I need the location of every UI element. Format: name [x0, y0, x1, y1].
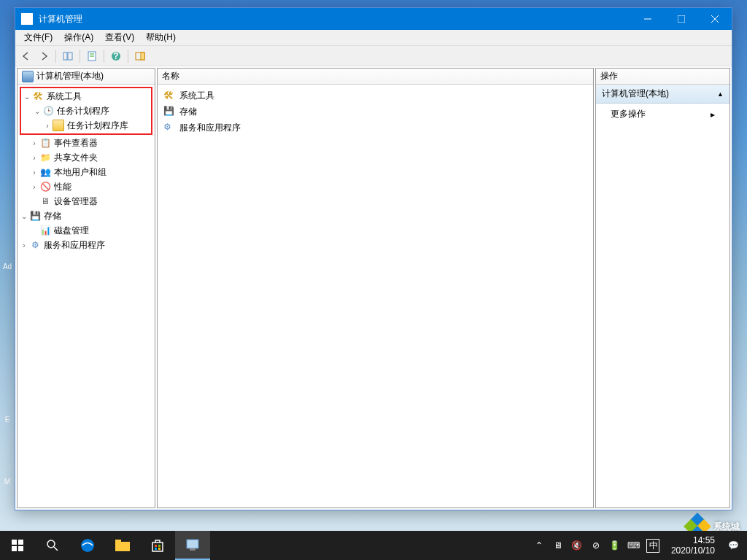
microsoft-store[interactable]	[140, 531, 175, 560]
list-item-services[interactable]: ⚙ 服务和应用程序	[160, 120, 590, 136]
tree-label: 事件查看器	[54, 137, 98, 149]
tree-label: 任务计划程序库	[67, 120, 128, 132]
expand-icon[interactable]: ›	[29, 139, 39, 147]
tree-node-event-viewer[interactable]: › 📋 事件查看器	[19, 136, 153, 150]
minimize-button[interactable]	[631, 8, 665, 30]
menu-help[interactable]: 帮助(H)	[140, 30, 182, 45]
toolbar: ?	[15, 46, 732, 66]
service-icon: ⚙	[29, 239, 41, 251]
svg-text:?: ?	[113, 51, 118, 61]
close-button[interactable]	[698, 8, 732, 30]
tree-node-disk-management[interactable]: 📊 磁盘管理	[19, 223, 153, 238]
actions-panel: 操作 计算机管理(本地) ▲ 更多操作 ▸	[595, 68, 730, 508]
tree-label: 磁盘管理	[54, 225, 89, 237]
show-action-pane-button[interactable]	[132, 48, 148, 64]
taskbar: ⌃ 🖥 🔇 ⊘ 🔋 ⌨ 中 14:55 2020/10/10 💬	[0, 531, 747, 560]
desktop-icon-partial: Ad	[1, 262, 13, 271]
system-tray: ⌃ 🖥 🔇 ⊘ 🔋 ⌨ 中 14:55 2020/10/10 💬	[533, 535, 747, 556]
action-section-label: 计算机管理(本地)	[602, 88, 669, 100]
collapse-icon[interactable]: ⌄	[32, 107, 42, 115]
svg-rect-13	[12, 540, 17, 545]
tree-node-device-manager[interactable]: 🖥 设备管理器	[19, 194, 153, 209]
share-icon: 📁	[39, 152, 51, 163]
clock-date: 2020/10/10	[671, 545, 715, 556]
action-more[interactable]: 更多操作 ▸	[596, 104, 729, 125]
svg-rect-1	[678, 15, 685, 23]
desktop-icon-partial: E	[1, 416, 13, 424]
menu-file[interactable]: 文件(F)	[18, 30, 58, 45]
svg-rect-5	[68, 52, 72, 60]
menu-view[interactable]: 查看(V)	[99, 30, 140, 45]
tree-label: 本地用户和组	[54, 166, 107, 179]
tree-node-performance[interactable]: › 🚫 性能	[19, 179, 153, 194]
svg-rect-4	[63, 52, 67, 60]
chevron-right-icon: ▸	[711, 109, 715, 120]
tray-overflow-icon[interactable]: ⌃	[533, 540, 546, 551]
list-header[interactable]: 名称	[158, 69, 593, 85]
volume-muted-icon[interactable]: 🔇	[570, 540, 584, 551]
ime-indicator[interactable]: 中	[646, 539, 659, 553]
network-disconnected-icon[interactable]: ⊘	[589, 540, 603, 551]
svg-rect-28	[190, 548, 196, 551]
app-icon	[21, 13, 33, 25]
tools-icon: 🛠	[32, 90, 44, 102]
start-button[interactable]	[0, 531, 35, 560]
users-icon: 👥	[39, 166, 51, 178]
list-label: 服务和应用程序	[179, 122, 241, 134]
list-label: 存储	[179, 106, 197, 118]
forward-button[interactable]	[36, 48, 52, 64]
battery-icon[interactable]: 🔋	[608, 540, 622, 551]
tree-panel: 计算机管理(本地) ⌄ 🛠 系统工具 ⌄ 🕒 任务计划程序 ›	[17, 68, 155, 508]
tree-label: 服务和应用程序	[44, 239, 105, 252]
tree-node-services[interactable]: › ⚙ 服务和应用程序	[19, 238, 153, 252]
help-button[interactable]: ?	[108, 48, 124, 64]
svg-rect-22	[152, 542, 163, 551]
titlebar[interactable]: 计算机管理	[15, 8, 732, 30]
file-explorer[interactable]	[105, 531, 140, 560]
window-title: 计算机管理	[39, 13, 631, 26]
folder-icon	[53, 120, 64, 131]
action-section-title[interactable]: 计算机管理(本地) ▲	[596, 85, 729, 104]
svg-rect-12	[141, 52, 144, 60]
maximize-button[interactable]	[665, 8, 698, 30]
expand-icon[interactable]: ›	[19, 241, 29, 249]
search-button[interactable]	[35, 531, 70, 560]
expand-icon[interactable]: ›	[42, 122, 53, 130]
expand-icon[interactable]: ›	[29, 154, 39, 162]
list-item-storage[interactable]: 💾 存储	[160, 104, 590, 120]
tree-node-local-users[interactable]: › 👥 本地用户和组	[19, 165, 153, 179]
expand-icon[interactable]: ›	[29, 183, 39, 191]
svg-rect-21	[115, 540, 121, 543]
action-label: 更多操作	[611, 108, 646, 120]
show-hide-tree-button[interactable]	[60, 48, 76, 64]
keyboard-icon[interactable]: ⌨	[627, 540, 640, 551]
menu-action[interactable]: 操作(A)	[58, 30, 99, 45]
event-icon: 📋	[39, 137, 51, 149]
back-button[interactable]	[18, 48, 34, 64]
tree-node-system-tools[interactable]: ⌄ 🛠 系统工具	[22, 89, 150, 104]
tree-node-task-library[interactable]: › 任务计划程序库	[22, 118, 150, 133]
performance-icon: 🚫	[39, 181, 51, 192]
collapse-icon[interactable]: ⌄	[19, 212, 29, 220]
edge-browser[interactable]	[70, 531, 105, 560]
toolbar-separator	[128, 50, 128, 63]
tree-label: 共享文件夹	[54, 152, 98, 164]
properties-button[interactable]	[84, 48, 100, 64]
disk-icon: 📊	[39, 225, 51, 236]
collapse-icon[interactable]: ⌄	[22, 93, 32, 101]
tree-header: 计算机管理(本地)	[18, 69, 155, 85]
tree-node-task-scheduler[interactable]: ⌄ 🕒 任务计划程序	[22, 104, 150, 118]
monitor-icon[interactable]: 🖥	[551, 540, 565, 551]
tree-node-storage[interactable]: ⌄ 💾 存储	[19, 209, 153, 223]
list-item-system-tools[interactable]: 🛠 系统工具	[160, 88, 590, 104]
notifications-icon[interactable]: 💬	[727, 540, 740, 551]
taskbar-app-compmgmt[interactable]	[175, 531, 210, 560]
tree-label: 存储	[44, 210, 61, 222]
actions-header: 操作	[596, 69, 729, 85]
expand-icon[interactable]: ›	[29, 168, 39, 176]
list-panel: 名称 🛠 系统工具 💾 存储 ⚙ 服务和应用程序	[157, 68, 594, 508]
list-label: 系统工具	[179, 90, 214, 102]
clock[interactable]: 14:55 2020/10/10	[665, 535, 721, 556]
tree-node-shared-folders[interactable]: › 📁 共享文件夹	[19, 150, 153, 165]
collapse-icon[interactable]: ▲	[717, 90, 724, 98]
